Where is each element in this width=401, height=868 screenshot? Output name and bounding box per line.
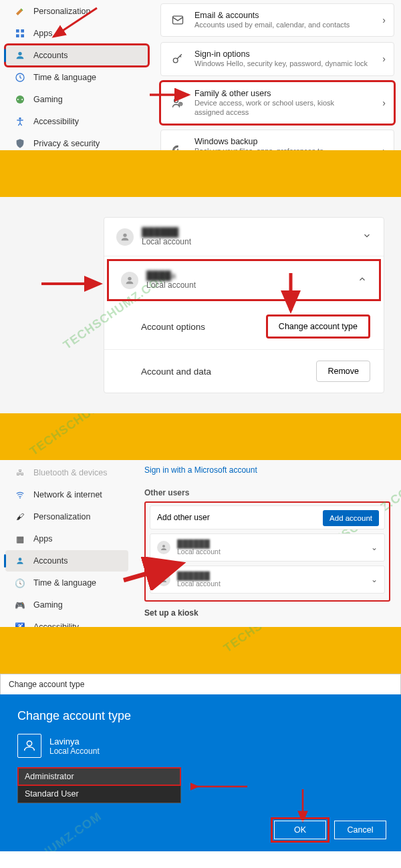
sidebar-item-accessibility[interactable]: Accessibility	[5, 111, 148, 132]
sidebar-label: Apps	[33, 29, 53, 38]
chevron-up-icon	[358, 274, 367, 286]
add-user-label: Add other user	[157, 513, 210, 522]
sidebar-label: Network & internet	[33, 490, 102, 499]
card-email-accounts[interactable]: Email & accounts Accounts used by email,…	[160, 3, 394, 37]
card-subtitle: Device access, work or school users, kio…	[194, 98, 335, 118]
avatar-icon	[116, 228, 134, 246]
shield-icon	[15, 138, 25, 149]
change-account-type-button[interactable]: Change account type	[266, 314, 370, 339]
accessibility-icon: ♿	[15, 622, 25, 627]
avatar-icon	[157, 541, 170, 554]
watermark: TECHSCHUMZ.COM	[27, 413, 138, 459]
card-windows-backup[interactable]: Windows backup Back up your files, apps,…	[160, 130, 394, 150]
card-family-other-users[interactable]: Family & other users Device access, work…	[160, 81, 394, 125]
sidebar-item-accounts[interactable]: Accounts	[5, 550, 128, 572]
sidebar-item-gaming[interactable]: Gaming	[5, 89, 148, 110]
user-options-panel: TECHSCHUMZ.COM ██████ Local account ████…	[0, 197, 401, 413]
sidebar-label: Time & language	[33, 73, 96, 82]
user-type: Local account	[177, 548, 221, 556]
apps-icon	[15, 28, 25, 39]
card-title: Family & other users	[194, 89, 335, 98]
svg-point-10	[174, 99, 178, 103]
sidebar-item-personalization[interactable]: 🖌Personalization	[5, 506, 128, 527]
ok-button[interactable]: OK	[274, 821, 326, 839]
user-type: Local account	[177, 580, 221, 588]
gaming-icon: 🎮	[15, 600, 25, 610]
dialog-buttons: OK Cancel	[274, 821, 386, 839]
sidebar-item-time-language[interactable]: 🕓Time & language	[5, 572, 128, 594]
user-row-2[interactable]: ████a Local account	[107, 259, 381, 301]
sidebar-item-personalization[interactable]: Personalization	[5, 1, 148, 22]
dropdown-option-standard-user[interactable]: Standard User	[18, 785, 180, 803]
sidebar-item-apps[interactable]: Apps	[5, 23, 148, 44]
svg-point-18	[19, 497, 21, 499]
sidebar-item-apps[interactable]: ▦Apps	[5, 528, 128, 550]
sidebar-label: Personalization	[33, 7, 90, 16]
dialog-user-name: Lavinya	[49, 736, 100, 746]
annotation-arrow	[190, 780, 251, 793]
backup-icon	[170, 144, 185, 150]
chevron-down-icon: ⌄	[371, 575, 378, 584]
svg-rect-2	[16, 34, 19, 37]
sidebar-item-time-language[interactable]: Time & language	[5, 67, 148, 88]
settings-sidebar: 🖧Bluetooth & devices Network & internet …	[0, 460, 134, 627]
svg-point-14	[123, 233, 126, 236]
sidebar-item-accessibility[interactable]: ♿Accessibility	[5, 616, 128, 627]
sidebar-label: Accounts	[33, 51, 68, 60]
remove-button[interactable]: Remove	[316, 361, 370, 382]
watermark: TECHSCHUMZ.COM	[221, 627, 331, 656]
sidebar-label: Privacy & security	[33, 139, 100, 148]
chevron-right-icon: ›	[382, 97, 386, 108]
account-type-dropdown[interactable]: Administrator Standard User	[17, 767, 181, 803]
sidebar-item-gaming[interactable]: 🎮Gaming	[5, 594, 128, 616]
card-title: Windows backup	[194, 137, 342, 146]
brush-icon: 🖌	[15, 511, 25, 522]
option-label: Account and data	[141, 367, 211, 377]
separator: TECHSCHUMZ.COM	[0, 413, 401, 460]
svg-rect-3	[21, 34, 24, 37]
annotation-arrow	[40, 276, 107, 292]
avatar-icon	[121, 272, 138, 289]
user-name: ██████	[177, 539, 221, 548]
svg-point-23	[27, 741, 31, 746]
user-row[interactable]: ██████Local account ⌄	[150, 533, 385, 562]
chevron-right-icon: ›	[382, 15, 386, 25]
option-row-account-options: Account options Change account type	[104, 304, 384, 350]
avatar-icon	[17, 734, 41, 758]
user-name: ██████	[177, 572, 221, 580]
sidebar-item-privacy-security[interactable]: Privacy & security	[5, 133, 148, 150]
user-name: ████a	[146, 270, 196, 280]
sidebar-item-network[interactable]: Network & internet	[5, 484, 128, 505]
sidebar-item-bluetooth[interactable]: 🖧Bluetooth & devices	[5, 462, 128, 483]
settings-main-list: Email & accounts Accounts used by email,…	[154, 0, 401, 150]
change-account-type-dialog: TECHSCHUMZ.COM Change account type Lavin…	[0, 694, 401, 851]
dialog-title-bar: Change account type	[0, 674, 401, 694]
cancel-button[interactable]: Cancel	[334, 821, 386, 839]
chevron-right-icon: ›	[382, 53, 386, 64]
sidebar-item-accounts[interactable]: Accounts	[5, 45, 148, 66]
svg-point-19	[19, 558, 22, 561]
dialog-user-row: Lavinya Local Account	[17, 734, 384, 758]
section-heading-kiosk: Set up a kiosk	[144, 608, 390, 618]
user-row[interactable]: ██████Local account ⌄	[150, 566, 385, 594]
card-subtitle: Windows Hello, security key, password, d…	[194, 59, 368, 68]
card-signin-options[interactable]: Sign-in options Windows Hello, security …	[160, 42, 394, 75]
svg-point-20	[162, 545, 165, 548]
svg-rect-1	[21, 29, 24, 33]
section-heading-other-users: Other users	[144, 488, 390, 497]
svg-point-15	[128, 276, 131, 280]
user-type: Local account	[146, 280, 196, 290]
dropdown-option-administrator[interactable]: Administrator	[18, 768, 180, 785]
separator: TECHSCHUMZ.COM	[0, 627, 401, 674]
clock-icon	[15, 72, 25, 83]
other-users-box: Add other user Add account ██████Local a…	[144, 501, 390, 602]
user-row-1[interactable]: ██████ Local account	[104, 218, 384, 256]
sidebar-label: Bluetooth & devices	[33, 468, 108, 477]
wifi-icon	[15, 489, 25, 500]
svg-rect-8	[173, 16, 183, 24]
sidebar-label: Apps	[33, 534, 53, 544]
add-account-button[interactable]: Add account	[323, 510, 379, 526]
svg-point-7	[19, 118, 21, 120]
sign-in-microsoft-link[interactable]: Sign in with a Microsoft account	[144, 465, 390, 475]
settings-window-panel1: Personalization Apps Accounts Time & lan…	[0, 0, 401, 150]
